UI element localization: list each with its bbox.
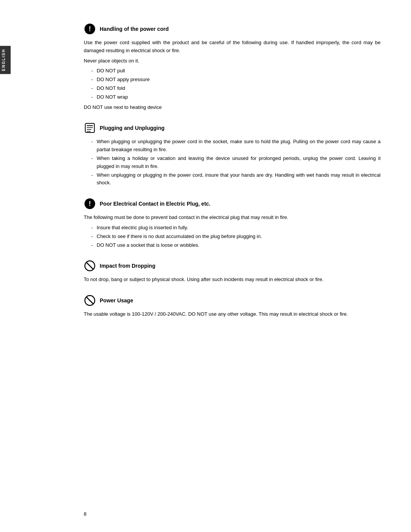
section-impact-header: Impact from Dropping	[84, 260, 381, 272]
warning-icon: !	[84, 23, 96, 35]
svg-text:!: !	[89, 200, 91, 208]
warning-icon-2: !	[84, 198, 96, 210]
power-cord-para-2: Never place objects on it.	[84, 57, 381, 65]
section-plugging: Plugging and Unplugging When plugging or…	[84, 122, 381, 187]
list-item: DO NOT apply pressure	[91, 76, 381, 84]
power-cord-para-1: Use the power cord supplied with the pro…	[84, 39, 381, 55]
plugging-bullets: When plugging or unplugging the power co…	[91, 138, 381, 187]
list-item: DO NOT fold	[91, 85, 381, 93]
section-impact: Impact from Dropping To not drop, bang o…	[84, 260, 381, 284]
section-power-cord-header: ! Handling of the power cord	[84, 23, 381, 35]
poor-electrical-para-1: The following must be done to prevent ba…	[84, 214, 381, 222]
section-impact-title: Impact from Dropping	[100, 263, 155, 269]
list-item: When plugging or unplugging the power co…	[91, 138, 381, 154]
section-plugging-title: Plugging and Unplugging	[100, 125, 164, 131]
svg-text:!: !	[89, 25, 91, 33]
power-cord-bullets: DO NOT pull DO NOT apply pressure DO NOT…	[91, 67, 381, 101]
section-power-cord: ! Handling of the power cord Use the pow…	[84, 23, 381, 111]
list-item: Check to see if there is no dust accumul…	[91, 233, 381, 241]
list-item: Insure that electric plug is inserted in…	[91, 224, 381, 232]
section-poor-electrical-body: The following must be done to prevent ba…	[84, 214, 381, 249]
page-number: 8	[84, 511, 86, 517]
section-power-cord-title: Handling of the power cord	[100, 26, 169, 32]
section-power-cord-body: Use the power cord supplied with the pro…	[84, 39, 381, 111]
section-poor-electrical: ! Poor Electrical Contact in Electric Pl…	[84, 198, 381, 249]
no-drop-icon	[84, 260, 96, 272]
page-container: ENGLISH ! Handling of the power cord Use…	[0, 0, 411, 532]
list-item: DO NOT wrap	[91, 93, 381, 101]
power-usage-para-1: The usable voltage is 100-120V / 200-240…	[84, 310, 381, 318]
section-poor-electrical-title: Poor Electrical Contact in Electric Plug…	[100, 201, 210, 207]
impact-para-1: To not drop, bang or subject to physical…	[84, 276, 381, 284]
svg-line-12	[86, 297, 94, 304]
section-plugging-header: Plugging and Unplugging	[84, 122, 381, 134]
list-item: When taking a holiday or vacation and le…	[91, 155, 381, 171]
plug-icon	[84, 122, 96, 134]
section-power-usage-header: Power Usage	[84, 294, 381, 307]
list-item: DO NOT pull	[91, 67, 381, 75]
power-cord-after-bullets: DO NOT use next to heating device	[84, 104, 381, 112]
section-power-usage-title: Power Usage	[100, 297, 133, 304]
section-power-usage: Power Usage The usable voltage is 100-12…	[84, 294, 381, 318]
poor-electrical-bullets: Insure that electric plug is inserted in…	[91, 224, 381, 249]
section-impact-body: To not drop, bang or subject to physical…	[84, 276, 381, 284]
list-item: DO NOT use a socket that is loose or wob…	[91, 241, 381, 249]
list-item: When unplugging or plugging in the power…	[91, 171, 381, 187]
section-plugging-body: When plugging or unplugging the power co…	[84, 138, 381, 187]
content-area: ! Handling of the power cord Use the pow…	[30, 23, 381, 318]
svg-line-10	[86, 262, 94, 270]
section-power-usage-body: The usable voltage is 100-120V / 200-240…	[84, 310, 381, 318]
no-power-icon	[84, 294, 96, 307]
sidebar-language-label: ENGLISH	[0, 46, 11, 74]
section-poor-electrical-header: ! Poor Electrical Contact in Electric Pl…	[84, 198, 381, 210]
